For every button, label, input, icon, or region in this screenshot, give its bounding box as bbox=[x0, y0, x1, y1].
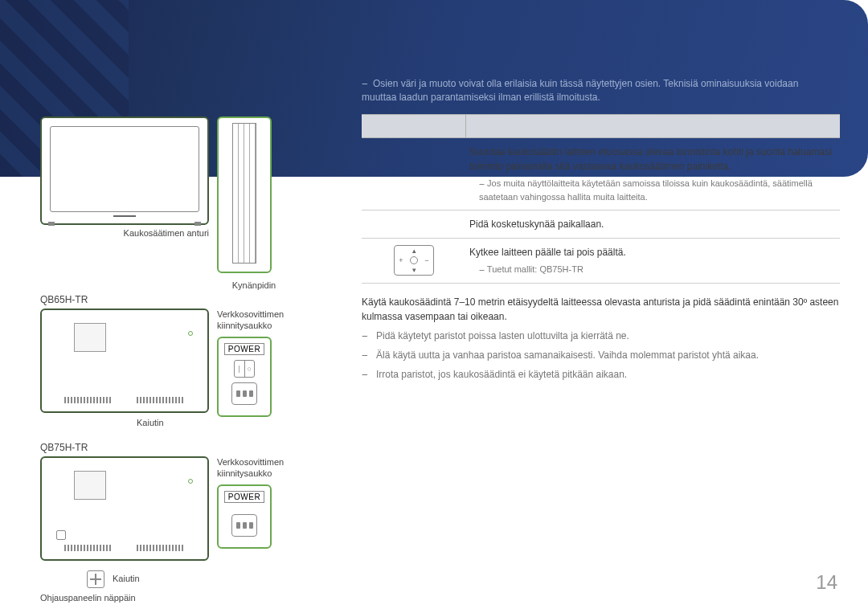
bullet-3: Irrota paristot, jos kaukosäädintä ei kä… bbox=[376, 367, 627, 382]
table-row: Suuntaa kaukosäädin laitteen etuosassa o… bbox=[362, 138, 840, 210]
power-text-75: POWER bbox=[224, 491, 264, 503]
table-row: ▴ +− ▾ Kytkee laitteen päälle tai pois p… bbox=[362, 239, 840, 284]
label-model-75: QB75H-TR bbox=[40, 442, 321, 453]
diagrams-column: Kaukosäätimen anturi Kynänpidin QB65H-TR… bbox=[40, 116, 321, 603]
banner-disclaimer: ‒Osien väri ja muoto voivat olla erilais… bbox=[362, 77, 820, 104]
label-remote-sensor: Kaukosäätimen anturi bbox=[40, 228, 209, 238]
distance-note: Käytä kaukosäädintä 7–10 metrin etäisyyd… bbox=[362, 295, 840, 324]
feature-table: Suuntaa kaukosäädin laitteen etuosassa o… bbox=[362, 114, 840, 284]
label-model-65: QB65H-TR bbox=[40, 294, 321, 305]
diagram-back-75 bbox=[40, 456, 209, 561]
row1-note: Jos muita näyttölaitteita käytetään samo… bbox=[469, 177, 837, 203]
power-plug-icon bbox=[231, 382, 257, 405]
row3-desc: Kytkee laitteen päälle tai pois päältä. bbox=[469, 245, 837, 260]
label-cord-hole-75: Verkkosovittimen kiinnitysaukko bbox=[217, 456, 305, 480]
page-number: 14 bbox=[816, 571, 837, 594]
row2-desc: Pidä kosketuskynää paikallaan. bbox=[469, 217, 837, 231]
dpad-icon: ▴ +− ▾ bbox=[394, 245, 434, 276]
bullet-2: Älä käytä uutta ja vanhaa paristoa saman… bbox=[376, 348, 759, 362]
table-header bbox=[362, 115, 840, 138]
row1-desc: Suuntaa kaukosäädin laitteen etuosassa o… bbox=[469, 145, 837, 174]
bullet-1: Pidä käytetyt paristot poissa lasten ulo… bbox=[376, 329, 629, 343]
label-control-panel: Ohjauspaneelin näppäin bbox=[40, 593, 209, 603]
diagram-screen-front bbox=[40, 116, 209, 225]
diagram-power-65: POWER |○ bbox=[217, 337, 272, 417]
power-switch-icon: |○ bbox=[234, 360, 255, 378]
label-speaker-65: Kaiutin bbox=[137, 418, 209, 427]
diagram-back-65 bbox=[40, 309, 209, 413]
disclaimer-text: Osien väri ja muoto voivat olla erilaisi… bbox=[362, 78, 798, 103]
content-column: Suuntaa kaukosäädin laitteen etuosassa o… bbox=[362, 114, 840, 382]
table-row: Pidä kosketuskynää paikallaan. bbox=[362, 210, 840, 239]
power-text-65: POWER bbox=[224, 343, 264, 355]
label-cord-hole-65: Verkkosovittimen kiinnitysaukko bbox=[217, 309, 305, 332]
row3-note: Tuetut mallit: QB75H-TR bbox=[469, 263, 837, 276]
label-pen-holder: Kynänpidin bbox=[227, 280, 281, 290]
label-speaker-75: Kaiutin bbox=[113, 574, 140, 583]
notes-block: Käytä kaukosäädintä 7–10 metrin etäisyyd… bbox=[362, 295, 840, 382]
diagram-power-75: POWER bbox=[217, 484, 272, 549]
diagram-pen-holder bbox=[217, 116, 272, 273]
control-button-icon bbox=[87, 570, 104, 588]
power-plug-icon-75 bbox=[231, 514, 257, 537]
